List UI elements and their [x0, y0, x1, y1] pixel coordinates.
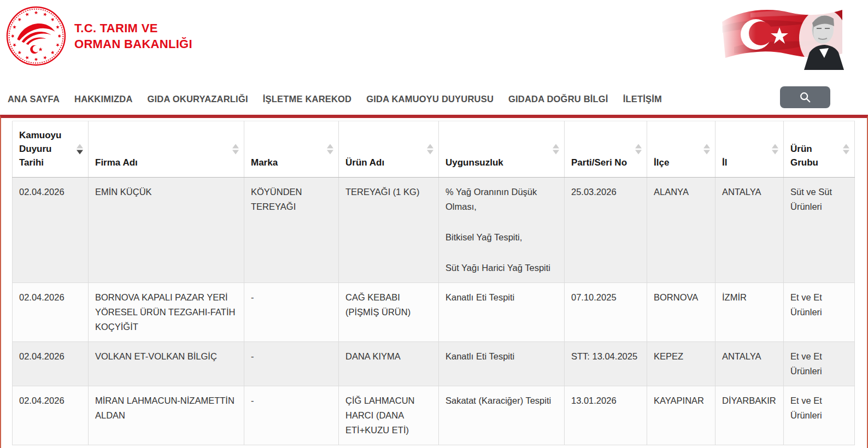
column-label: Ürün Grubu	[790, 144, 818, 168]
column-header-8[interactable]: İl	[715, 121, 784, 178]
sort-desc-icon	[553, 150, 559, 155]
nav-item-7[interactable]: İLETİŞİM	[623, 94, 662, 104]
cell-urun-adi: DANA KIYMA	[339, 342, 439, 386]
sort-arrows-icon[interactable]	[427, 144, 433, 155]
search-button[interactable]	[780, 86, 830, 108]
sort-asc-icon	[772, 144, 778, 149]
column-label: Uygunsuzluk	[445, 157, 503, 168]
table-row: 02.04.2026VOLKAN ET-VOLKAN BİLGİÇ-DANA K…	[13, 342, 855, 386]
sort-arrows-icon[interactable]	[327, 144, 333, 155]
cell-uygunsuzluk: Sakatat (Karaciğer) Tespiti	[439, 386, 565, 445]
brand[interactable]: T.C. TARIM VE ORMAN BAKANLIĞI	[5, 5, 192, 67]
cell-marka: -	[244, 283, 339, 342]
table-row: 02.04.2026BORNOVA KAPALI PAZAR YERİ YÖRE…	[13, 283, 855, 342]
nav-item-3[interactable]: GIDA OKURYAZARLIĞI	[148, 94, 248, 104]
sort-arrows-icon[interactable]	[843, 144, 849, 155]
sort-desc-icon	[635, 150, 642, 155]
column-header-9[interactable]: Ürün Grubu	[784, 121, 855, 178]
column-header-2[interactable]: Firma Adı	[89, 121, 244, 178]
site-header: T.C. TARIM VE ORMAN BAKANLIĞI	[0, 0, 868, 83]
cell-urun-grubu: Et ve Et Ürünleri	[784, 283, 855, 342]
sort-desc-icon	[232, 150, 239, 155]
nav-item-5[interactable]: GIDA KAMUOYU DUYURUSU	[366, 94, 494, 104]
announcement-table: Kamuoyu Duyuru TarihiFirma AdıMarkaÜrün …	[12, 121, 855, 445]
sort-asc-icon	[427, 144, 433, 149]
table-header-row: Kamuoyu Duyuru TarihiFirma AdıMarkaÜrün …	[13, 121, 855, 178]
column-label: İlçe	[654, 157, 669, 168]
column-header-6[interactable]: Parti/Seri No	[565, 121, 647, 178]
nav-item-1[interactable]: ANA SAYFA	[8, 94, 60, 104]
main-nav: ANA SAYFAHAKKIMIZDAGIDA OKURYAZARLIĞIİŞL…	[0, 83, 868, 115]
cell-kamuoyu-duyuru-tarihi: 02.04.2026	[13, 386, 89, 445]
nav-item-6[interactable]: GIDADA DOĞRU BİLGİ	[508, 94, 608, 104]
cell-uygunsuzluk: Kanatlı Eti Tespiti	[439, 342, 565, 386]
cell-ilce: KAYAPINAR	[647, 386, 715, 445]
nav-list: ANA SAYFAHAKKIMIZDAGIDA OKURYAZARLIĞIİŞL…	[8, 94, 662, 104]
cell-urun-grubu: Süt ve Süt Ürünleri	[784, 178, 855, 283]
column-label: Ürün Adı	[345, 157, 384, 168]
site-title: T.C. TARIM VE ORMAN BAKANLIĞI	[74, 20, 192, 52]
cell-il: İZMİR	[715, 283, 784, 342]
cell-firma-adi: VOLKAN ET-VOLKAN BİLGİÇ	[89, 342, 244, 386]
cell-firma-adi: BORNOVA KAPALI PAZAR YERİ YÖRESEL ÜRÜN T…	[89, 283, 244, 342]
cell-urun-grubu: Et ve Et Ürünleri	[784, 386, 855, 445]
sort-asc-icon	[77, 144, 83, 149]
sort-asc-icon	[635, 144, 642, 149]
sort-arrows-icon[interactable]	[703, 144, 710, 155]
site-title-line1: T.C. TARIM VE	[74, 20, 192, 36]
cell-marka: -	[244, 342, 339, 386]
sort-arrows-icon[interactable]	[553, 144, 559, 155]
sort-arrows-icon[interactable]	[232, 144, 239, 155]
nav-item-2[interactable]: HAKKIMIZDA	[74, 94, 133, 104]
ataturk-portrait	[799, 9, 846, 70]
sort-desc-icon	[843, 150, 849, 155]
sort-arrows-icon[interactable]	[77, 144, 83, 155]
site-title-line2: ORMAN BAKANLIĞI	[74, 36, 192, 52]
sort-asc-icon	[327, 144, 333, 149]
cell-ilce: KEPEZ	[647, 342, 715, 386]
column-header-4[interactable]: Ürün Adı	[339, 121, 439, 178]
column-label: Parti/Seri No	[571, 157, 627, 168]
ministry-logo-icon	[5, 5, 67, 67]
cell-urun-adi: ÇİĞ LAHMACUN HARCI (DANA ETİ+KUZU ETİ)	[339, 386, 439, 445]
column-header-1[interactable]: Kamuoyu Duyuru Tarihi	[13, 121, 89, 178]
sort-asc-icon	[232, 144, 239, 149]
cell-parti-seri-no: STT: 13.04.2025	[565, 342, 647, 386]
column-header-5[interactable]: Uygunsuzluk	[439, 121, 565, 178]
table-body: 02.04.2026EMİN KÜÇÜKKÖYÜNDEN TEREYAĞITER…	[13, 178, 855, 445]
column-header-7[interactable]: İlçe	[647, 121, 715, 178]
cell-marka: KÖYÜNDEN TEREYAĞI	[244, 178, 339, 283]
ataturk-flag-image	[718, 4, 846, 70]
cell-urun-grubu: Et ve Et Ürünleri	[784, 342, 855, 386]
cell-uygunsuzluk: Kanatlı Eti Tespiti	[439, 283, 565, 342]
column-label: İl	[722, 157, 727, 168]
column-label: Firma Adı	[95, 157, 138, 168]
cell-firma-adi: EMİN KÜÇÜK	[89, 178, 244, 283]
cell-kamuoyu-duyuru-tarihi: 02.04.2026	[13, 283, 89, 342]
cell-il: ANTALYA	[715, 178, 784, 283]
cell-ilce: BORNOVA	[647, 283, 715, 342]
table-header-row: Kamuoyu Duyuru TarihiFirma AdıMarkaÜrün …	[13, 121, 855, 178]
search-icon	[799, 91, 811, 103]
cell-parti-seri-no: 25.03.2026	[565, 178, 647, 283]
cell-il: DİYARBAKIR	[715, 386, 784, 445]
sort-desc-icon	[427, 150, 433, 155]
cell-uygunsuzluk: % Yağ Oranının Düşük Olması,Bitkisel Yağ…	[439, 178, 565, 283]
cell-il: ANTALYA	[715, 342, 784, 386]
table-row: 02.04.2026MİRAN LAHMACUN-NİZAMETTİN ALDA…	[13, 386, 855, 445]
sort-desc-icon	[703, 150, 710, 155]
column-label: Marka	[251, 157, 278, 168]
cell-urun-adi: CAĞ KEBABI (PİŞMİŞ ÜRÜN)	[339, 283, 439, 342]
cell-parti-seri-no: 07.10.2025	[565, 283, 647, 342]
cell-kamuoyu-duyuru-tarihi: 02.04.2026	[13, 342, 89, 386]
sort-arrows-icon[interactable]	[772, 144, 778, 155]
cell-ilce: ALANYA	[647, 178, 715, 283]
column-header-3[interactable]: Marka	[244, 121, 339, 178]
cell-marka: -	[244, 386, 339, 445]
announcement-panel: Kamuoyu Duyuru TarihiFirma AdıMarkaÜrün …	[0, 115, 868, 448]
sort-asc-icon	[703, 144, 710, 149]
sort-desc-icon	[772, 150, 778, 155]
sort-asc-icon	[553, 144, 559, 149]
nav-item-4[interactable]: İŞLETME KAREKOD	[263, 94, 352, 104]
sort-arrows-icon[interactable]	[635, 144, 642, 155]
